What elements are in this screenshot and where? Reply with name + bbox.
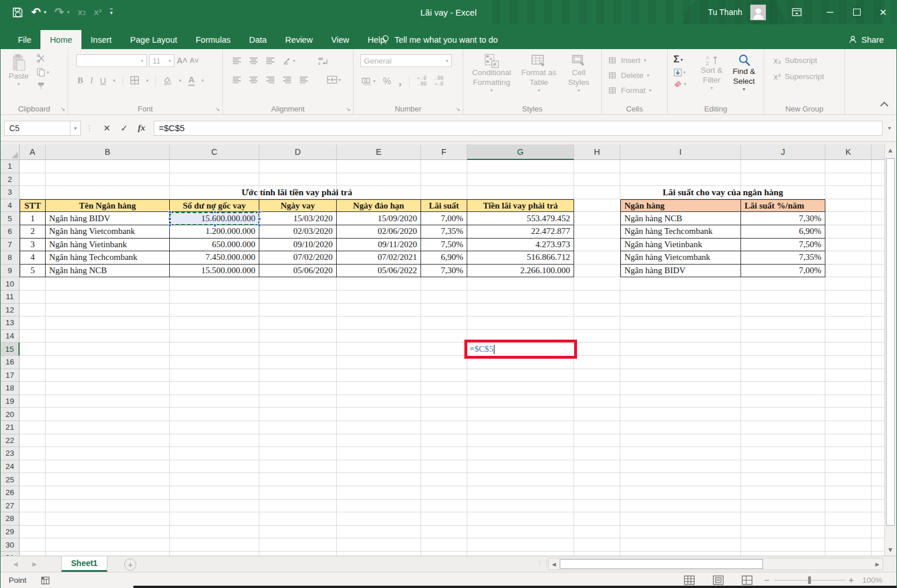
row-header-22[interactable]: 22	[1, 434, 20, 448]
menu-tab-formulas[interactable]: Formulas	[187, 30, 240, 49]
cell-G9[interactable]: 2.266.100.000	[467, 265, 574, 278]
cell-F6[interactable]: 7,35%	[421, 225, 467, 239]
sort-filter-button[interactable]: Sort & Filter▾	[697, 55, 727, 91]
sheet-next-icon[interactable]: ▶	[32, 556, 37, 572]
column-header-D[interactable]: D	[259, 144, 337, 160]
row-header-20[interactable]: 20	[1, 408, 20, 421]
expand-formula-bar-icon[interactable]: ▾	[883, 125, 896, 131]
menu-tab-insert[interactable]: Insert	[81, 30, 121, 49]
row-header-23[interactable]: 23	[1, 447, 20, 460]
cell-A7[interactable]: 3	[20, 239, 46, 252]
cell-A6[interactable]: 2	[20, 225, 46, 239]
row-header-9[interactable]: 9	[1, 265, 20, 278]
sheet-prev-icon[interactable]: ◀	[13, 556, 18, 572]
column-header-K[interactable]: K	[825, 144, 872, 160]
shrink-font-icon[interactable]: A˅	[189, 57, 199, 65]
borders-icon[interactable]	[130, 76, 139, 85]
row-header-12[interactable]: 12	[1, 304, 20, 317]
row-header-2[interactable]: 2	[1, 173, 20, 187]
spreadsheet-grid[interactable]: ABCDEFGHIJK12345678910111213141516171819…	[1, 144, 885, 556]
row-header-31[interactable]: 31	[1, 552, 20, 556]
fill-button[interactable]: ▾	[673, 68, 686, 77]
cell-D9[interactable]: 05/06/2020	[259, 265, 337, 278]
share-button[interactable]: Share	[848, 30, 884, 49]
align-middle-icon[interactable]	[249, 57, 258, 64]
column-header-H[interactable]: H	[574, 144, 620, 160]
row-header-1[interactable]: 1	[1, 160, 20, 173]
fill-color-icon[interactable]	[163, 76, 172, 85]
formula-input[interactable]: =$C$5	[154, 121, 883, 136]
insert-cells-button[interactable]: Insert▾	[609, 55, 652, 66]
collapse-ribbon-icon[interactable]	[880, 102, 888, 110]
autosum-button[interactable]: Σ▾	[673, 54, 686, 65]
wrap-text-icon[interactable]	[318, 57, 329, 65]
bold-button[interactable]: B	[77, 76, 83, 85]
row-header-10[interactable]: 10	[1, 277, 20, 291]
cell-G5[interactable]: 553.479.452	[467, 212, 574, 225]
row-header-3[interactable]: 3	[1, 186, 20, 199]
row-header-11[interactable]: 11	[1, 291, 20, 304]
minimize-button[interactable]: ─	[817, 0, 843, 24]
cell-C6[interactable]: 1.200.000.000	[170, 225, 259, 239]
row-header-16[interactable]: 16	[1, 356, 20, 369]
menu-tab-review[interactable]: Review	[276, 30, 322, 49]
format-cells-button[interactable]: Format▾	[609, 85, 652, 96]
tell-me-box[interactable]: Tell me what you want to do	[382, 30, 498, 49]
vertical-scrollbar-thumb[interactable]	[886, 158, 895, 526]
loan-table-header-1[interactable]: STT	[20, 199, 46, 213]
column-header-J[interactable]: J	[741, 144, 825, 160]
cell-styles-button[interactable]: Cell Styles▾	[564, 54, 594, 94]
menu-tab-page-layout[interactable]: Page Layout	[121, 30, 186, 49]
loan-table-header-4[interactable]: Ngày vay	[259, 199, 337, 213]
page-break-view-icon[interactable]	[742, 575, 753, 585]
font-dialog-launcher-icon[interactable]: ↘	[215, 106, 220, 112]
row-header-24[interactable]: 24	[1, 460, 20, 474]
row-header-8[interactable]: 8	[1, 251, 20, 265]
cell-E9[interactable]: 05/06/2022	[337, 265, 421, 278]
percent-style-icon[interactable]: %	[383, 76, 391, 87]
cell-C7[interactable]: 650.000.000	[170, 239, 259, 252]
cell-J7[interactable]: 7,50%	[741, 239, 825, 252]
cell-B7[interactable]: Ngân hàng Vietinbank	[46, 239, 170, 252]
row-header-14[interactable]: 14	[1, 330, 20, 343]
cell-B8[interactable]: Ngân hàng Techcombank	[46, 251, 170, 265]
horizontal-scrollbar[interactable]: ◀ ▶	[548, 558, 883, 570]
cell-D8[interactable]: 07/02/2020	[259, 251, 337, 265]
scroll-down-icon[interactable]: ▼	[885, 544, 896, 556]
close-button[interactable]: ×	[870, 0, 896, 24]
scroll-right-icon[interactable]: ▶	[872, 559, 883, 570]
align-bottom-icon[interactable]	[266, 57, 275, 64]
cell-D7[interactable]: 09/10/2020	[259, 239, 337, 252]
cell-F8[interactable]: 6,90%	[421, 251, 467, 265]
rate-table-header-1[interactable]: Ngân hàng	[620, 199, 741, 213]
column-header-F[interactable]: F	[421, 144, 467, 160]
new-sheet-icon[interactable]: +	[124, 559, 136, 571]
cell-I6[interactable]: Ngân hàng Techcombank	[620, 225, 741, 239]
row-header-30[interactable]: 30	[1, 538, 20, 552]
decrease-decimal-icon[interactable]: .00→.0	[434, 76, 444, 87]
ribbon-display-options-icon[interactable]	[783, 0, 810, 24]
cell-E5[interactable]: 15/09/2020	[337, 212, 421, 225]
grow-font-icon[interactable]: A˄	[177, 56, 187, 65]
italic-button[interactable]: I	[90, 76, 93, 85]
format-painter-icon[interactable]	[36, 81, 46, 91]
format-as-table-button[interactable]: Format as Table▾	[520, 54, 558, 94]
row-header-15[interactable]: 15	[1, 343, 20, 356]
cell-J9[interactable]: 7,00%	[741, 265, 825, 278]
superscript-button[interactable]: x²Superscript	[773, 71, 824, 82]
insert-function-icon[interactable]: fx	[133, 121, 150, 136]
number-dialog-launcher-icon[interactable]: ↘	[456, 106, 460, 112]
cell-G6[interactable]: 22.472.877	[467, 225, 574, 239]
row-header-7[interactable]: 7	[1, 239, 20, 252]
cell-D5[interactable]: 15/03/2020	[259, 212, 337, 225]
cell-G7[interactable]: 4.273.973	[467, 239, 574, 252]
column-header-B[interactable]: B	[46, 144, 170, 160]
cell-A8[interactable]: 4	[20, 251, 46, 265]
merge-center-icon[interactable]	[327, 76, 337, 84]
increase-indent-icon[interactable]	[299, 76, 308, 83]
cut-icon[interactable]	[36, 54, 46, 63]
name-box-dropdown-icon[interactable]: ▾	[70, 121, 81, 136]
orientation-icon[interactable]	[282, 56, 292, 65]
row-header-25[interactable]: 25	[1, 473, 20, 486]
zoom-slider-handle[interactable]	[808, 576, 811, 584]
